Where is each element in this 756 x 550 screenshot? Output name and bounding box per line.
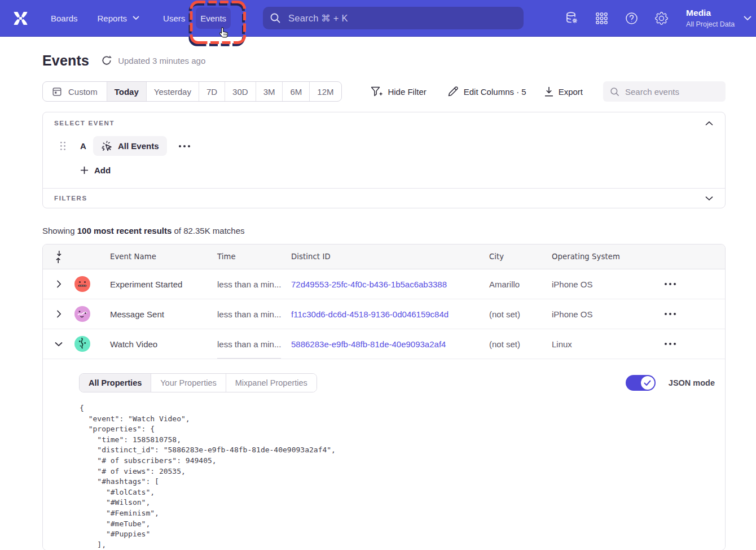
nav-item-boards[interactable]: Boards [51,14,78,23]
os-cell: Linux [552,339,572,349]
nav-item-reports[interactable]: Reports [98,14,140,23]
project-chevron-down-icon[interactable] [744,16,751,21]
page-title: Events [42,53,89,69]
event-row-letter: A [80,141,87,151]
city-cell: Amarillo [489,280,520,289]
project-name: Media [686,8,735,18]
date-range-6m[interactable]: 6M [282,82,309,101]
expand-row-icon[interactable] [52,307,65,321]
export-button[interactable]: Export [544,86,583,97]
tab-your-properties[interactable]: Your Properties [151,374,225,392]
hide-filter-button[interactable]: Hide Filter [371,86,426,97]
project-scope: All Project Data [686,21,735,28]
date-range-12m[interactable]: 12M [309,82,341,101]
event-avatar [74,336,90,352]
edit-columns-label: Edit Columns · 5 [464,87,526,97]
mixpanel-logo[interactable] [11,10,30,27]
pencil-icon [447,86,459,97]
filters-label: FILTERS [54,195,87,202]
date-range-30d[interactable]: 30D [225,82,256,101]
json-mode-label: JSON mode [669,378,715,387]
search-icon [270,12,281,24]
table-row[interactable]: Experiment Started less than a min... 72… [43,269,725,299]
row-more-button[interactable] [665,283,682,285]
sort-icon[interactable] [55,250,63,264]
collapse-section-icon[interactable] [705,121,713,126]
plus-icon [80,166,89,174]
os-cell: iPhone OS [552,309,593,319]
date-range-yesterday[interactable]: Yesterday [146,82,199,101]
distinct-id-link[interactable]: 5886283e-e9fb-48fb-81de-40e9093a2af4 [291,339,446,349]
refresh-icon[interactable] [102,55,112,66]
event-selector-chip[interactable]: All Events [93,136,167,156]
city-cell: (not set) [489,339,520,349]
search-events-input[interactable] [625,87,719,97]
col-distinct-id[interactable]: Distinct ID [291,252,489,261]
col-city[interactable]: City [489,252,552,261]
help-icon[interactable] [625,11,638,25]
all-events-icon [101,140,113,152]
top-navbar: Boards Reports Users Events Search ⌘ + K [0,0,756,37]
tab-mixpanel-properties-label: Mixpanel Properties [235,378,307,387]
data-management-icon[interactable] [565,11,579,25]
properties-tabs: All Properties Your Properties Mixpanel … [79,373,317,392]
results-count: 100 most recent results [77,226,172,235]
date-range-30d-label: 30D [232,87,248,97]
date-range-3m[interactable]: 3M [256,82,283,101]
date-range-today-label: Today [115,87,139,97]
col-time[interactable]: Time [217,252,291,261]
chevron-down-icon [133,16,139,20]
date-range-custom[interactable]: Custom [43,82,107,101]
tab-all-properties[interactable]: All Properties [80,374,151,392]
date-range-yesterday-label: Yesterday [154,87,191,97]
toggle-knob [641,376,654,390]
query-builder-card: SELECT EVENT A All Events [42,112,726,208]
event-name-cell: Message Sent [110,309,164,319]
time-cell: less than a min... [217,280,281,289]
table-row-expanded[interactable]: Watch Video less than a min... 5886283e-… [43,329,725,359]
apps-grid-icon[interactable] [595,11,608,25]
event-name-cell: Watch Video [110,339,157,349]
expand-row-icon[interactable] [52,277,65,291]
tab-all-properties-label: All Properties [89,378,142,387]
updated-timestamp: Updated 3 minutes ago [118,56,205,66]
expand-filters-icon[interactable] [705,196,713,201]
results-suffix: of 82.35K matches [172,226,244,235]
distinct-id-link[interactable]: 72d49553-25fc-4f0c-b436-1b5ac6ab3388 [291,280,447,289]
edit-columns-button[interactable]: Edit Columns · 5 [447,86,526,97]
date-range-12m-label: 12M [317,87,333,97]
nav-item-events[interactable]: Events [196,7,231,29]
col-event-name[interactable]: Event Name [110,252,217,261]
add-event-button[interactable]: Add [80,165,725,188]
project-switcher[interactable]: Media All Project Data [686,8,735,28]
event-row-more-button[interactable] [179,145,190,147]
nav-item-reports-label: Reports [98,14,128,23]
drag-handle-icon[interactable] [60,141,66,151]
nav-item-users[interactable]: Users [163,14,185,23]
event-name-cell: Experiment Started [110,280,182,289]
table-header-row: Event Name Time Distinct ID City Operati… [43,245,725,269]
filters-section[interactable]: FILTERS [43,188,725,208]
table-row[interactable]: Message Sent less than a min... f11c30d6… [43,299,725,329]
global-search-placeholder: Search ⌘ + K [288,13,348,24]
event-chip-label: All Events [118,141,159,151]
time-cell: less than a min... [217,339,281,358]
collapse-row-icon[interactable] [52,337,65,351]
event-avatar [74,276,90,292]
time-cell: less than a min... [217,309,281,319]
tab-your-properties-label: Your Properties [160,378,216,387]
json-mode-toggle[interactable] [626,375,656,391]
export-label: Export [559,87,583,97]
date-range-today[interactable]: Today [107,82,146,101]
row-more-button[interactable] [665,313,682,315]
nav-item-users-label: Users [163,14,185,23]
col-operating-system[interactable]: Operating System [552,252,660,261]
date-range-7d[interactable]: 7D [199,82,225,101]
select-event-label: SELECT EVENT [54,120,115,126]
date-range-custom-label: Custom [68,87,98,97]
distinct-id-link[interactable]: f11c30d6-dc6d-4518-9136-0d046159c84d [291,309,449,319]
settings-gear-icon[interactable] [654,11,668,25]
row-more-button[interactable] [665,343,682,345]
global-search[interactable]: Search ⌘ + K [263,7,524,29]
tab-mixpanel-properties[interactable]: Mixpanel Properties [226,374,317,392]
